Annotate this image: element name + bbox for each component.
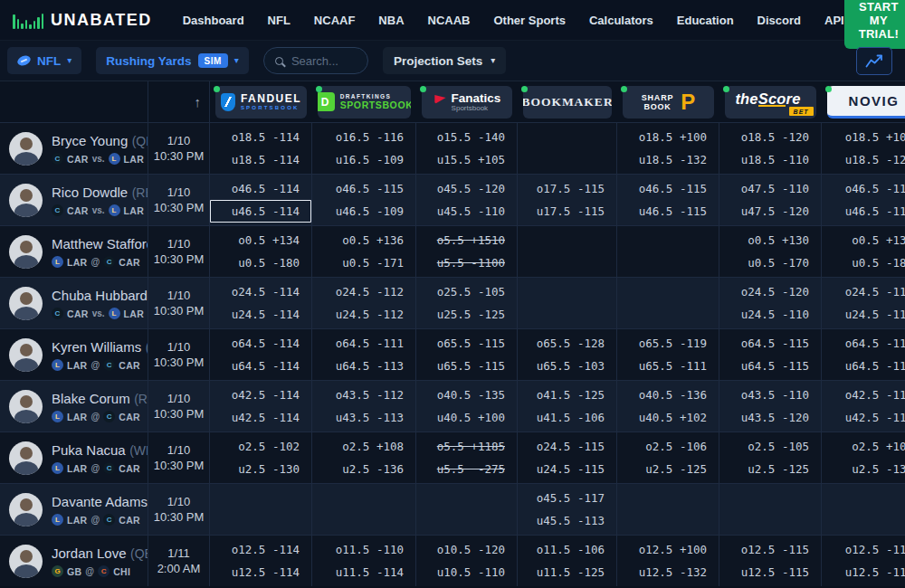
book-header-sharpbook[interactable]: SHARP BOOK P — [617, 81, 719, 122]
odds-under[interactable]: u46.5 -114 — [210, 200, 311, 223]
odds-under[interactable]: u42.5 -115 — [822, 406, 905, 429]
player-cell[interactable]: Rico Dowdle (RB) C CAR vs. L LAR — [0, 175, 148, 225]
odds-over[interactable]: o2.5 +108 — [312, 435, 415, 458]
odds-under[interactable]: u65.5 -111 — [617, 355, 719, 377]
nav-item-ncaab[interactable]: NCAAB — [428, 14, 471, 27]
player-cell[interactable]: Bryce Young (QB) C CAR vs. L LAR — [0, 123, 148, 174]
odds-over[interactable]: o64.5 -111 — [312, 332, 415, 355]
nav-item-discord[interactable]: Discord — [757, 14, 801, 27]
odds-under[interactable]: u11.5 -125 — [518, 561, 616, 583]
odds-under[interactable]: u0.5 -180 — [210, 251, 311, 274]
odds-over[interactable]: o43.5 -112 — [312, 384, 415, 406]
brand-logo[interactable]: UNABATED — [13, 11, 152, 30]
nav-item-nfl[interactable]: NFL — [268, 14, 291, 27]
odds-under[interactable]: u45.5 -110 — [416, 200, 517, 223]
book-header-thescore[interactable]: theScore BET — [719, 81, 822, 122]
odds-under[interactable]: u5.5 -1100 — [416, 251, 517, 274]
book-header-fanduel[interactable]: FANDUEL SPORTSBOOK — [210, 81, 312, 122]
odds-over[interactable]: o16.5 -116 — [312, 126, 415, 148]
player-cell[interactable]: Davante Adams (WR) L LAR @ C CAR — [0, 484, 148, 535]
odds-over[interactable]: o18.5 -120 — [719, 126, 821, 148]
market-select[interactable]: Rushing Yards SIM ▾ — [96, 47, 249, 74]
odds-over[interactable]: o5.5 +1510 — [416, 229, 517, 251]
odds-over[interactable]: o46.5 -115 — [312, 177, 415, 200]
odds-over[interactable]: o18.5 -114 — [210, 126, 311, 148]
player-cell[interactable]: Jordan Love (QB) G GB @ C CHI — [0, 536, 148, 586]
odds-under[interactable]: u24.5 -112 — [312, 303, 415, 326]
odds-over[interactable]: o40.5 -136 — [617, 384, 719, 406]
odds-over[interactable]: o65.5 -128 — [518, 332, 616, 355]
odds-under[interactable]: u10.5 -110 — [416, 561, 517, 583]
book-header-novig[interactable]: NOVIG — [822, 81, 905, 122]
odds-under[interactable]: u24.5 -110 — [719, 303, 821, 326]
odds-under[interactable]: u40.5 +102 — [617, 406, 719, 429]
odds-over[interactable]: o46.5 -115 — [617, 177, 719, 200]
odds-over[interactable]: o0.5 +136 — [312, 229, 415, 251]
odds-over[interactable]: o64.5 -115 — [822, 332, 905, 355]
odds-under[interactable]: u24.5 -115 — [518, 458, 616, 480]
player-cell[interactable]: Chuba Hubbard (RB) C CAR vs. L LAR — [0, 278, 148, 328]
odds-under[interactable]: u47.5 -120 — [719, 200, 821, 223]
odds-under[interactable]: u65.5 -115 — [416, 355, 517, 377]
odds-under[interactable]: u2.5 -136 — [312, 458, 415, 480]
odds-under[interactable]: u64.5 -114 — [210, 355, 311, 377]
odds-over[interactable]: o47.5 -110 — [719, 177, 821, 200]
odds-under[interactable]: u12.5 -132 — [617, 561, 719, 583]
odds-over[interactable]: o11.5 -106 — [518, 538, 616, 561]
odds-over[interactable]: o45.5 -117 — [518, 487, 616, 509]
odds-under[interactable]: u18.5 -132 — [617, 148, 719, 171]
odds-under[interactable]: u24.5 -110 — [822, 303, 905, 326]
odds-under[interactable]: u40.5 +100 — [416, 406, 517, 429]
odds-under[interactable]: u12.5 -114 — [210, 561, 311, 583]
odds-over[interactable]: o12.5 -115 — [719, 538, 821, 561]
nav-item-nba[interactable]: NBA — [378, 14, 404, 27]
odds-over[interactable]: o11.5 -110 — [312, 538, 415, 561]
book-header-draftkings[interactable]: D DRAFTKINGS SPORTSBOOK — [312, 81, 416, 122]
odds-under[interactable]: u46.5 -110 — [822, 200, 905, 223]
nav-item-education[interactable]: Education — [677, 14, 734, 27]
odds-under[interactable]: u43.5 -120 — [719, 406, 821, 429]
odds-over[interactable]: o5.5 +1185 — [416, 435, 517, 458]
odds-under[interactable]: u18.5 -120 — [822, 148, 905, 171]
odds-over[interactable]: o2.5 +100 — [822, 435, 905, 458]
book-header-fanatics[interactable]: Fanatics Sportsbook — [416, 81, 518, 122]
odds-over[interactable]: o24.5 -114 — [210, 280, 311, 303]
odds-over[interactable]: o24.5 -120 — [719, 280, 821, 303]
nav-item-ncaaf[interactable]: NCAAF — [314, 14, 356, 27]
odds-under[interactable]: u64.5 -113 — [312, 355, 415, 377]
nav-item-calculators[interactable]: Calculators — [589, 14, 653, 27]
odds-under[interactable]: u12.5 -115 — [822, 561, 905, 583]
odds-under[interactable]: u45.5 -113 — [518, 509, 616, 532]
odds-under[interactable]: u43.5 -113 — [312, 406, 415, 429]
projection-sets-select[interactable]: Projection Sets ▾ — [383, 47, 506, 74]
odds-over[interactable]: o64.5 -115 — [719, 332, 821, 355]
odds-under[interactable]: u41.5 -106 — [518, 406, 616, 429]
odds-under[interactable]: u12.5 -115 — [719, 561, 821, 583]
odds-over[interactable]: o0.5 +130 — [822, 229, 905, 251]
odds-over[interactable]: o41.5 -125 — [518, 384, 616, 406]
odds-over[interactable]: o10.5 -120 — [416, 538, 517, 561]
odds-over[interactable]: o25.5 -105 — [416, 280, 517, 303]
odds-over[interactable]: o0.5 +134 — [210, 229, 311, 251]
odds-under[interactable]: u65.5 -103 — [518, 355, 616, 377]
player-cell[interactable]: Blake Corum (RB) L LAR @ C CAR — [0, 381, 148, 432]
odds-under[interactable]: u24.5 -114 — [210, 303, 311, 326]
sort-datetime-header[interactable]: ↑ — [148, 81, 210, 122]
odds-under[interactable]: u2.5 -125 — [617, 458, 719, 480]
odds-over[interactable]: o12.5 -114 — [210, 538, 311, 561]
odds-over[interactable]: o2.5 -105 — [719, 435, 821, 458]
odds-under[interactable]: u16.5 -109 — [312, 148, 415, 171]
odds-over[interactable]: o17.5 -115 — [518, 177, 616, 200]
odds-over[interactable]: o12.5 -115 — [822, 538, 905, 561]
odds-over[interactable]: o64.5 -114 — [210, 332, 311, 355]
odds-under[interactable]: u0.5 -170 — [719, 251, 821, 274]
nav-item-other-sports[interactable]: Other Sports — [493, 14, 565, 27]
nav-item-dashboard[interactable]: Dashboard — [183, 14, 244, 27]
odds-under[interactable]: u11.5 -114 — [312, 561, 415, 583]
player-cell[interactable]: Puka Nacua (WR) L LAR @ C CAR — [0, 432, 148, 483]
odds-over[interactable]: o24.5 -110 — [822, 280, 905, 303]
odds-over[interactable]: o2.5 -102 — [210, 435, 311, 458]
book-header-bookmaker[interactable]: BOOKMAKER — [518, 81, 617, 122]
odds-under[interactable]: u2.5 -130 — [822, 458, 905, 480]
odds-under[interactable]: u17.5 -115 — [518, 200, 616, 223]
